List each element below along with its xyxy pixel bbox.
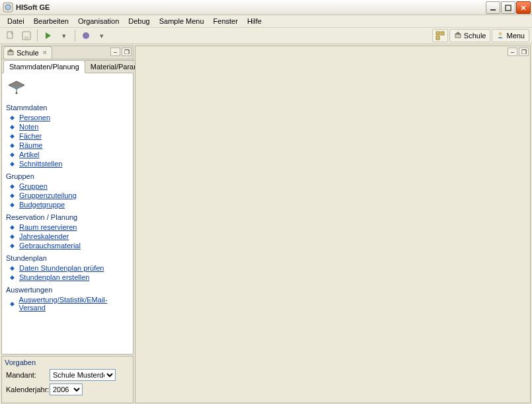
toolbar-separator — [75, 30, 75, 42]
view-tab-strip: Schule ✕ – ❐ — [2, 46, 133, 59]
link-label[interactable]: Budgetgruppe — [19, 201, 65, 209]
nav-link-auswertung[interactable]: ◆Auswertung/Statistik/EMail-Versand — [6, 295, 129, 312]
vorgaben-title: Vorgaben — [2, 356, 133, 366]
svg-rect-4 — [7, 32, 13, 38]
menu-fenster[interactable]: Fenster — [209, 16, 243, 26]
link-label[interactable]: Schnittstellen — [19, 160, 62, 168]
nav-link-artikel[interactable]: ◆Artikel — [6, 150, 129, 159]
nav-link-noten[interactable]: ◆Noten — [6, 122, 129, 131]
svg-rect-6 — [24, 36, 28, 39]
link-label[interactable]: Artikel — [19, 151, 40, 158]
menu-bearbeiten[interactable]: Bearbeiten — [29, 16, 73, 26]
toolbar-run-icon[interactable] — [42, 29, 55, 42]
link-label[interactable]: Jahreskalender — [19, 232, 69, 240]
link-label[interactable]: Noten — [19, 123, 38, 131]
nav-link-gruppen[interactable]: ◆Gruppen — [6, 182, 129, 191]
inner-tab-strip: Stammdaten/Planung Material/Parameter — [2, 59, 133, 73]
arrow-icon: ◆ — [10, 114, 17, 121]
menubar: Datei Bearbeiten Organisation Debug Samp… — [0, 15, 532, 28]
nav-link-jahreskalender[interactable]: ◆Jahreskalender — [6, 232, 129, 241]
section-title: Gruppen — [6, 172, 129, 180]
nav-link-faecher[interactable]: ◆Fächer — [6, 131, 129, 141]
editor-area: – ❐ — [135, 46, 531, 403]
nav-link-schnittstellen[interactable]: ◆Schnittstellen — [6, 159, 129, 168]
nav-link-daten-stundenplan[interactable]: ◆Daten Stundenplan prüfen — [6, 263, 129, 273]
svg-point-8 — [83, 32, 89, 39]
mandant-row: Mandant: Schule Musterdorf — [6, 369, 129, 381]
link-label[interactable]: Stundenplan erstellen — [19, 273, 89, 281]
arrow-icon: ◆ — [10, 265, 17, 271]
perspective-menu[interactable]: Menu — [492, 29, 529, 42]
menu-sample[interactable]: Sample Menu — [155, 16, 209, 26]
link-label[interactable]: Raum reservieren — [19, 223, 77, 231]
perspective-schule[interactable]: Schule — [449, 29, 491, 42]
toolbar-new-icon[interactable] — [4, 29, 17, 42]
school-icon — [454, 31, 462, 40]
svg-point-13 — [499, 32, 502, 36]
tab-stammdaten-planung[interactable]: Stammdaten/Planung — [3, 60, 85, 73]
toolbar-save-icon[interactable] — [20, 29, 33, 42]
app-icon — [3, 2, 13, 13]
left-column: Schule ✕ – ❐ Stammdaten/Planung Material… — [1, 46, 133, 403]
arrow-icon: ◆ — [10, 242, 17, 249]
toolbar-globe-icon[interactable] — [79, 29, 93, 42]
nav-link-raeume[interactable]: ◆Räume — [6, 141, 129, 150]
section-title: Stundenplan — [6, 254, 129, 262]
svg-marker-7 — [46, 32, 51, 39]
link-label[interactable]: Fächer — [19, 132, 42, 140]
perspective-menu-label: Menu — [506, 32, 525, 40]
titlebar: HISoft GE — [0, 0, 532, 15]
arrow-icon: ◆ — [10, 300, 17, 307]
arrow-icon: ◆ — [10, 160, 17, 167]
toolbar: ▾ ▾ Schule Menu — [0, 28, 532, 44]
nav-link-budgetgruppe[interactable]: ◆Budgetgruppe — [6, 200, 129, 209]
link-label[interactable]: Daten Stundenplan prüfen — [19, 264, 104, 272]
section-title: Reservation / Planung — [6, 213, 129, 221]
nav-link-stundenplan-erstellen[interactable]: ◆Stundenplan erstellen — [6, 273, 129, 282]
toolbar-dropdown-icon[interactable]: ▾ — [57, 29, 71, 42]
vorgaben-panel: Vorgaben Mandant: Schule Musterdorf Kale… — [1, 356, 133, 403]
link-label[interactable]: Personen — [19, 114, 50, 121]
mandant-select[interactable]: Schule Musterdorf — [50, 369, 116, 381]
link-label[interactable]: Gruppen — [19, 182, 48, 190]
svg-rect-11 — [436, 36, 439, 40]
minimize-button[interactable] — [486, 1, 500, 14]
nav-link-raum-reservieren[interactable]: ◆Raum reservieren — [6, 222, 129, 232]
mandant-label: Mandant: — [6, 371, 46, 379]
minimize-editor-icon[interactable]: – — [508, 48, 517, 56]
arrow-icon: ◆ — [10, 274, 17, 281]
user-icon — [496, 31, 504, 40]
app-title: HISoft GE — [16, 3, 50, 11]
window-buttons — [486, 1, 531, 14]
maximize-view-icon[interactable]: ❐ — [122, 48, 132, 56]
close-tab-icon[interactable]: ✕ — [42, 50, 48, 56]
menu-debug[interactable]: Debug — [124, 16, 154, 26]
section-title: Auswertungen — [6, 286, 129, 294]
arrow-icon: ◆ — [10, 224, 17, 230]
link-label[interactable]: Gebrauchsmaterial — [19, 242, 81, 250]
perspective-switcher-icon[interactable] — [432, 29, 448, 42]
menu-datei[interactable]: Datei — [3, 16, 29, 26]
maximize-button[interactable] — [501, 1, 515, 14]
nav-link-personen[interactable]: ◆Personen — [6, 113, 129, 122]
close-button[interactable] — [516, 1, 531, 14]
menu-organisation[interactable]: Organisation — [73, 16, 124, 26]
minimize-view-icon[interactable]: – — [110, 48, 120, 56]
link-label[interactable]: Räume — [19, 141, 42, 149]
link-label[interactable]: Gruppenzuteilung — [19, 191, 77, 199]
kalenderjahr-label: Kalenderjahr: — [6, 386, 46, 393]
link-label[interactable]: Auswertung/Statistik/EMail-Versand — [19, 296, 129, 312]
arrow-icon: ◆ — [10, 142, 17, 149]
toolbar-dropdown-icon[interactable]: ▾ — [95, 29, 108, 42]
svg-rect-12 — [455, 34, 461, 38]
nav-link-gebrauchsmaterial[interactable]: ◆Gebrauchsmaterial — [6, 241, 129, 250]
arrow-icon: ◆ — [10, 201, 17, 208]
navigation-tree: Stammdaten ◆Personen ◆Noten ◆Fächer ◆Räu… — [2, 73, 133, 354]
arrow-icon: ◆ — [10, 183, 17, 189]
nav-link-gruppenzuteilung[interactable]: ◆Gruppenzuteilung — [6, 191, 129, 200]
view-tab-schule[interactable]: Schule ✕ — [3, 46, 52, 59]
kalenderjahr-select[interactable]: 2006 — [50, 384, 83, 395]
maximize-editor-icon[interactable]: ❐ — [519, 48, 529, 56]
svg-rect-14 — [8, 51, 13, 55]
menu-hilfe[interactable]: Hilfe — [243, 16, 266, 26]
